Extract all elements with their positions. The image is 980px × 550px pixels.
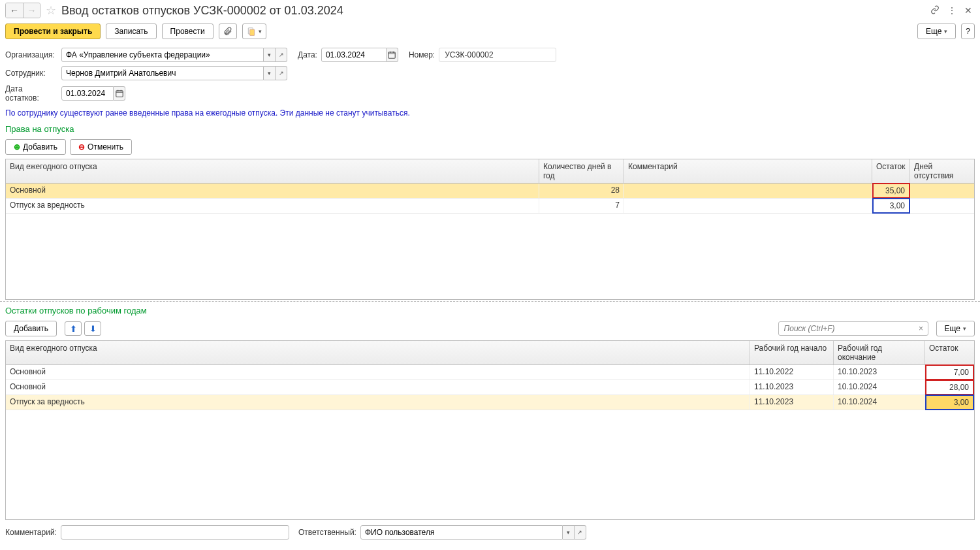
org-dropdown-icon[interactable]: ▾ <box>264 48 276 62</box>
date-input[interactable] <box>321 48 387 62</box>
th-end: Рабочий год окончание <box>834 341 925 364</box>
svg-rect-1 <box>249 29 254 35</box>
comment-input[interactable] <box>61 525 289 540</box>
help-button[interactable]: ? <box>961 24 975 39</box>
balances-table[interactable]: Вид ежегодного отпуска Рабочий год начал… <box>5 340 975 520</box>
org-open-icon[interactable]: ↗ <box>276 48 287 62</box>
employee-dropdown-icon[interactable]: ▾ <box>264 66 276 80</box>
org-input[interactable] <box>61 48 264 62</box>
attach-button[interactable] <box>219 24 237 39</box>
th-start: Рабочий год начало <box>750 341 834 364</box>
nav-forward-button[interactable]: → <box>23 3 40 18</box>
table-row[interactable]: Основной 11.10.2022 10.10.2023 7,00 <box>6 365 974 380</box>
responsible-dropdown-icon[interactable]: ▾ <box>563 525 575 540</box>
page-title: Ввод остатков отпусков УСЗК-000002 от 01… <box>61 4 930 18</box>
balances-table-header: Вид ежегодного отпуска Рабочий год начал… <box>6 341 974 365</box>
number-label: Номер: <box>409 50 435 59</box>
svg-rect-3 <box>116 91 123 97</box>
comment-label: Комментарий: <box>5 528 57 537</box>
menu-icon[interactable]: ⋮ <box>947 5 956 16</box>
section2-title: Остатки отпусков по рабочим годам <box>0 301 980 318</box>
date-label: Дата: <box>298 50 317 59</box>
th-days: Количество дней в год <box>539 159 624 183</box>
more-button[interactable]: Еще▾ <box>917 24 956 39</box>
plus-icon: ⊕ <box>14 142 20 152</box>
svg-rect-2 <box>388 52 396 58</box>
th-balance: Остаток <box>925 341 974 364</box>
table-row[interactable]: Отпуск за вредность 7 3,00 <box>6 199 974 214</box>
responsible-open-icon[interactable]: ↗ <box>575 525 586 540</box>
org-label: Организация: <box>5 50 57 59</box>
minus-icon: ⊖ <box>78 142 85 152</box>
create-based-on-button[interactable]: ▾ <box>242 24 266 39</box>
search-clear-icon[interactable]: × <box>915 321 927 336</box>
section1-title: Права на отпуска <box>0 121 980 137</box>
section2-add-button[interactable]: Добавить <box>5 321 57 336</box>
table-row[interactable]: Основной 11.10.2023 10.10.2024 28,00 <box>6 380 974 395</box>
move-down-button[interactable]: ⬇ <box>84 321 101 336</box>
post-button[interactable]: Провести <box>162 24 213 39</box>
th-comment: Комментарий <box>624 159 872 183</box>
responsible-label: Ответственный: <box>298 528 356 537</box>
favorite-star-icon[interactable]: ☆ <box>46 3 56 18</box>
employee-open-icon[interactable]: ↗ <box>276 66 287 80</box>
post-and-close-button[interactable]: Провести и закрыть <box>5 24 101 39</box>
write-button[interactable]: Записать <box>106 24 156 39</box>
balance-date-input[interactable] <box>61 86 114 101</box>
employee-label: Сотрудник: <box>5 69 57 78</box>
date-calendar-icon[interactable] <box>387 48 398 62</box>
th-type: Вид ежегодного отпуска <box>6 341 750 364</box>
number-value: УСЗК-000002 <box>439 48 556 62</box>
th-balance: Остаток <box>872 159 910 183</box>
balance-date-calendar-icon[interactable] <box>114 86 125 101</box>
move-up-button[interactable]: ⬆ <box>65 321 82 336</box>
table-row[interactable]: Основной 28 35,00 <box>6 184 974 199</box>
rights-table-header: Вид ежегодного отпуска Количество дней в… <box>6 159 974 184</box>
th-type: Вид ежегодного отпуска <box>6 159 539 183</box>
info-text: По сотруднику существуют ранее введенные… <box>0 105 980 121</box>
th-absent: Дней отсутствия <box>910 159 974 183</box>
close-icon[interactable]: ✕ <box>964 5 972 16</box>
employee-input[interactable] <box>61 66 264 80</box>
balance-date-label: Дата остатков: <box>5 84 57 103</box>
nav-back-button[interactable]: ← <box>6 3 23 18</box>
table-row[interactable]: Отпуск за вредность 11.10.2023 10.10.202… <box>6 395 974 410</box>
rights-table[interactable]: Вид ежегодного отпуска Количество дней в… <box>5 159 975 300</box>
link-icon[interactable] <box>930 5 940 16</box>
section2-more-button[interactable]: Еще▾ <box>936 321 975 336</box>
section1-cancel-button[interactable]: ⊖Отменить <box>70 139 132 155</box>
section1-add-button[interactable]: ⊕Добавить <box>5 139 66 155</box>
responsible-input[interactable] <box>360 525 563 540</box>
search-input[interactable] <box>778 321 928 336</box>
